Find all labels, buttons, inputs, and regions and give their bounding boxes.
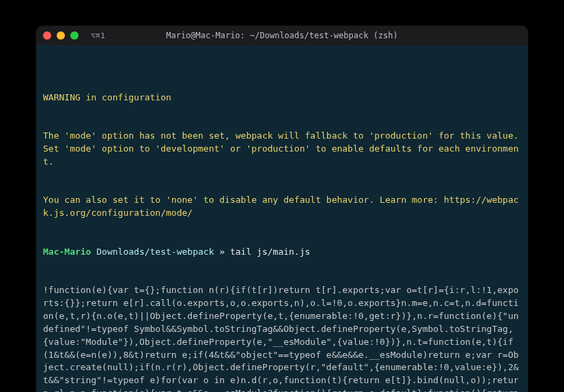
close-button[interactable]: [43, 31, 51, 40]
prompt-command: tail js/main.js: [230, 247, 310, 257]
titlebar: ⌥⌘1 Mario@Mac-Mario: ~/Downloads/test-we…: [36, 26, 528, 45]
prompt-arrow: »: [219, 247, 225, 257]
warning-text-2: You can also set it to 'none' to disable…: [43, 194, 521, 220]
minimize-button[interactable]: [57, 31, 65, 40]
prompt-path: Downloads/test-webpack: [96, 247, 214, 257]
prompt-line-1: Mac-Mario Downloads/test-webpack » tail …: [43, 246, 521, 259]
window-title: Mario@Mac-Mario: ~/Downloads/test-webpac…: [166, 31, 398, 40]
terminal-body[interactable]: WARNING in configuration The 'mode' opti…: [36, 45, 528, 392]
traffic-lights: [43, 31, 79, 40]
tab-shortcut-indicator: ⌥⌘1: [91, 31, 105, 40]
zoom-button[interactable]: [70, 31, 79, 40]
warning-text-1: The 'mode' option has not been set, webp…: [43, 130, 521, 169]
prompt-host: Mac-Mario: [43, 247, 91, 257]
command-output: !function(e){var t={};function n(r){if(t…: [43, 284, 521, 392]
terminal-window: ⌥⌘1 Mario@Mac-Mario: ~/Downloads/test-we…: [36, 26, 528, 392]
warning-heading: WARNING in configuration: [43, 92, 521, 104]
